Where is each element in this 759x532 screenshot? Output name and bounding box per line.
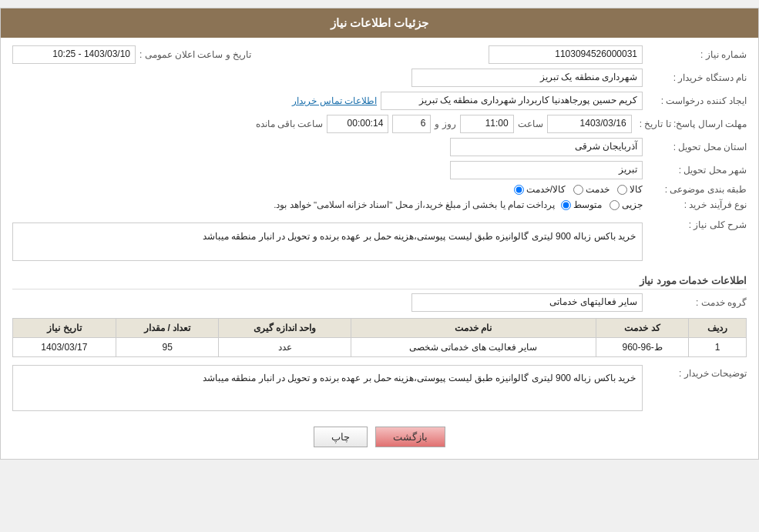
col-code: کد خدمت <box>596 319 688 338</box>
print-button[interactable]: چاپ <box>314 427 368 447</box>
col-row: ردیف <box>689 319 747 338</box>
city-value: تبریز <box>450 161 643 179</box>
category-goods-label: کالا <box>630 184 643 195</box>
announce-date-value: 1403/03/10 - 10:25 <box>12 45 136 64</box>
page-title: جزئیات اطلاعات نیاز <box>331 16 428 29</box>
response-days-label: روز و <box>435 119 455 129</box>
purchase-type-medium[interactable]: متوسط <box>561 199 602 210</box>
col-qty: تعداد / مقدار <box>116 319 219 338</box>
buyer-org-value: شهرداری منطقه یک تبریز <box>411 69 643 87</box>
buyer-desc-label: توضیحات خریدار : <box>646 368 747 379</box>
countdown-label: ساعت باقی مانده <box>256 119 324 129</box>
category-label: طبقه بندی موضوعی : <box>646 184 747 195</box>
col-date: تاریخ نیاز <box>13 319 116 338</box>
service-group-value: سایر فعالیتهای خدماتی <box>411 293 643 312</box>
category-option-both[interactable]: کالا/خدمت <box>514 184 566 195</box>
need-description-label: شرح کلی نیاز : <box>646 219 747 230</box>
purchase-type-medium-label: متوسط <box>573 199 602 210</box>
response-time-label: ساعت <box>518 119 543 129</box>
province-label: استان محل تحویل : <box>646 142 747 152</box>
category-option-service[interactable]: خدمت <box>573 184 610 195</box>
creator-label: ایجاد کننده درخواست : <box>646 95 747 106</box>
page-header: جزئیات اطلاعات نیاز <box>1 8 758 38</box>
need-description-value: خرید باکس زباله 900 لیتری گالوانیزه طبق … <box>12 223 643 261</box>
creator-value: کریم حسین پورجاهدنیا کاربردار شهرداری من… <box>381 92 643 110</box>
back-button[interactable]: بازگشت <box>375 427 445 447</box>
buyer-org-label: نام دستگاه خریدار : <box>646 72 747 83</box>
service-group-label: گروه خدمت : <box>646 297 747 308</box>
services-table-section: ردیف کد خدمت نام خدمت واحد اندازه گیری ت… <box>12 318 747 357</box>
services-section-title: اطلاعات خدمات مورد نیاز <box>12 275 747 289</box>
response-date: 1403/03/16 <box>547 115 632 133</box>
purchase-type-label: نوع فرآیند خرید : <box>646 199 747 210</box>
category-option-goods[interactable]: کالا <box>617 184 643 195</box>
category-service-label: خدمت <box>586 184 610 195</box>
city-label: شهر محل تحویل : <box>646 165 747 176</box>
need-number-label: شماره نیاز : <box>646 49 747 60</box>
col-unit: واحد اندازه گیری <box>219 319 351 338</box>
purchase-type-note: پرداخت تمام یا بخشی از مبلغ خرید،از محل … <box>12 199 555 210</box>
purchase-type-radio-group: جزیی متوسط <box>561 199 643 210</box>
response-deadline-label: مهلت ارسال پاسخ: تا تاریخ : <box>636 119 747 129</box>
table-row: 1ط-96-960سایر فعالیت های خدماتی شخصیعدد9… <box>13 338 747 357</box>
creator-link[interactable]: اطلاعات تماس خریدار <box>292 95 377 106</box>
response-days: 6 <box>392 115 431 133</box>
countdown-value: 00:00:14 <box>327 115 388 133</box>
province-value: آذربایجان شرقی <box>450 138 643 156</box>
category-both-label: کالا/خدمت <box>526 184 566 195</box>
services-table: ردیف کد خدمت نام خدمت واحد اندازه گیری ت… <box>12 318 747 357</box>
buyer-desc-value: خرید باکس زباله 900 لیتری گالوانیزه طبق … <box>12 365 643 411</box>
purchase-type-small[interactable]: جزیی <box>610 199 643 210</box>
purchase-type-small-label: جزیی <box>622 199 643 210</box>
action-buttons: بازگشت چاپ <box>12 427 747 447</box>
category-radio-group: کالا خدمت کالا/خدمت <box>514 184 643 195</box>
announce-date-label: تاریخ و ساعت اعلان عمومی : <box>139 49 251 60</box>
col-name: نام خدمت <box>351 319 596 338</box>
need-number-value: 1103094526000031 <box>489 45 643 64</box>
response-time: 11:00 <box>460 115 514 133</box>
